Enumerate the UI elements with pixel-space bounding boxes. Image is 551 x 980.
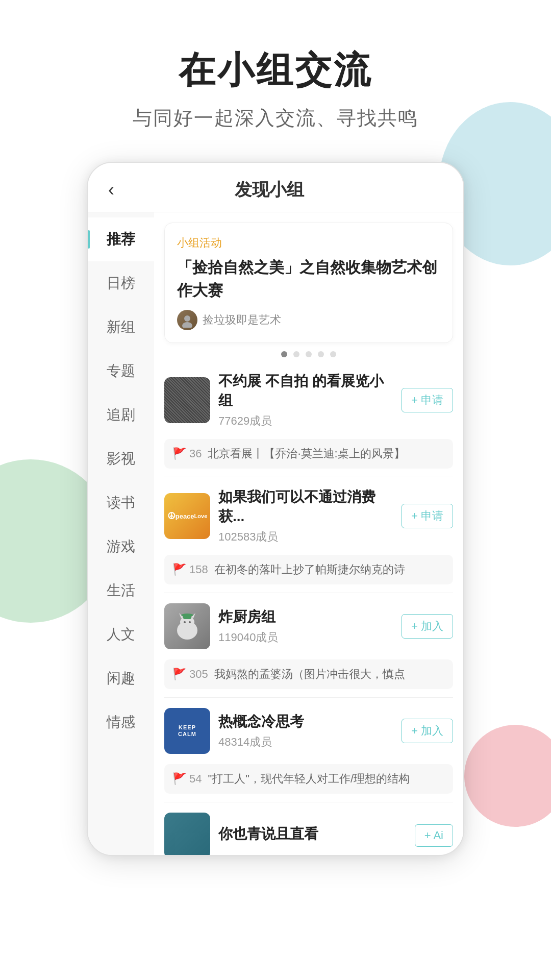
group-thumb-1 bbox=[164, 377, 210, 423]
group-name-5: 你也青说且直看 bbox=[218, 824, 407, 844]
sidebar-item-daily[interactable]: 日榜 bbox=[88, 261, 154, 305]
group-thumb-4: KEEP CALM bbox=[164, 708, 210, 754]
main-content: 推荐 日榜 新组 专题 追剧 影视 读书 游戏 生活 人文 闲趣 情感 小组活动… bbox=[88, 212, 463, 856]
app-header: ‹ 发现小组 bbox=[88, 163, 463, 212]
page-subtitle: 与同好一起深入交流、寻找共鸣 bbox=[0, 105, 551, 131]
group-members-3: 119040成员 bbox=[218, 630, 393, 645]
page-title: 在小组交流 bbox=[0, 46, 551, 95]
group-thumb-5 bbox=[164, 813, 210, 856]
group-members-1: 77629成员 bbox=[218, 413, 393, 429]
post-flag-4: 🚩 54 bbox=[172, 772, 202, 786]
sidebar-item-new[interactable]: 新组 bbox=[88, 305, 154, 349]
group-name-1: 不约展 不自拍 的看展览小组 bbox=[218, 372, 393, 410]
group-join-btn-4[interactable]: + 加入 bbox=[402, 719, 453, 743]
banner-tag: 小组活动 bbox=[177, 235, 440, 251]
page-header: 在小组交流 与同好一起深入交流、寻找共鸣 bbox=[0, 0, 551, 162]
flag-count-4: 54 bbox=[189, 772, 202, 786]
group-info-5: 你也青说且直看 bbox=[218, 824, 407, 847]
sidebar-item-culture[interactable]: 人文 bbox=[88, 612, 154, 656]
post-text-3: 我妈熬的孟婆汤（图片冲击很大，慎点 bbox=[214, 667, 445, 682]
svg-point-6 bbox=[184, 621, 186, 623]
group-info-1: 不约展 不自拍 的看展览小组 77629成员 bbox=[218, 372, 393, 429]
svg-point-7 bbox=[189, 621, 191, 623]
svg-point-1 bbox=[182, 322, 192, 328]
group-apply-btn-2[interactable]: + 申请 bbox=[402, 504, 453, 528]
group-main-2[interactable]: ☮ peace Love 如果我们可以不通过消费获... 102583成员 + … bbox=[164, 477, 453, 555]
dots-indicator bbox=[154, 351, 463, 357]
banner-title: 「捡拾自然之美」之自然收集物艺术创作大赛 bbox=[177, 256, 440, 302]
group-join-btn-3[interactable]: + 加入 bbox=[402, 614, 453, 639]
group-main-3[interactable]: 炸厨房组 119040成员 + 加入 bbox=[164, 593, 453, 659]
post-text-1: 北京看展丨【乔治·莫兰迪:桌上的风景】 bbox=[208, 446, 445, 461]
group-info-4: 热概念冷思考 48314成员 bbox=[218, 712, 393, 750]
group-name-3: 炸厨房组 bbox=[218, 607, 393, 627]
right-panel: 小组活动 「捡拾自然之美」之自然收集物艺术创作大赛 捡垃圾即是艺术 bbox=[154, 212, 463, 856]
svg-point-9 bbox=[181, 614, 193, 617]
group-info-2: 如果我们可以不通过消费获... 102583成员 bbox=[218, 487, 393, 545]
post-flag-1: 🚩 36 bbox=[172, 447, 202, 460]
group-item-4: KEEP CALM 热概念冷思考 48314成员 + 加入 🚩 54 bbox=[164, 698, 453, 802]
dot-3 bbox=[306, 351, 312, 357]
sidebar-item-leisure[interactable]: 闲趣 bbox=[88, 656, 154, 700]
sidebar-item-reading[interactable]: 读书 bbox=[88, 481, 154, 525]
bg-decoration-pink bbox=[464, 725, 551, 827]
sidebar-item-drama[interactable]: 追剧 bbox=[88, 393, 154, 437]
dot-4 bbox=[318, 351, 324, 357]
group-info-3: 炸厨房组 119040成员 bbox=[218, 607, 393, 645]
group-name-4: 热概念冷思考 bbox=[218, 712, 393, 731]
banner-author: 捡垃圾即是艺术 bbox=[177, 310, 440, 330]
sidebar-item-recommend[interactable]: 推荐 bbox=[88, 217, 154, 261]
app-header-title: 发现小组 bbox=[124, 178, 414, 202]
flag-count-3: 305 bbox=[189, 668, 208, 681]
flag-icon-4: 🚩 bbox=[172, 772, 186, 786]
flag-icon-1: 🚩 bbox=[172, 447, 186, 460]
sidebar-item-game[interactable]: 游戏 bbox=[88, 525, 154, 569]
dot-1 bbox=[281, 351, 287, 357]
sidebar-item-film[interactable]: 影视 bbox=[88, 437, 154, 481]
dot-5 bbox=[330, 351, 336, 357]
flag-count-2: 158 bbox=[189, 563, 208, 576]
post-text-2: 在初冬的落叶上抄了帕斯捷尔纳克的诗 bbox=[214, 562, 445, 577]
group-main-4[interactable]: KEEP CALM 热概念冷思考 48314成员 + 加入 bbox=[164, 698, 453, 764]
post-flag-3: 🚩 305 bbox=[172, 668, 208, 681]
group-thumb-3 bbox=[164, 603, 210, 649]
sidebar-item-life[interactable]: 生活 bbox=[88, 569, 154, 612]
group-ai-btn-5[interactable]: + Ai bbox=[415, 824, 453, 847]
group-item-3: 炸厨房组 119040成员 + 加入 🚩 305 我妈熬的孟婆汤（图片冲击很大，… bbox=[164, 593, 453, 698]
group-members-4: 48314成员 bbox=[218, 734, 393, 750]
group-apply-btn-1[interactable]: + 申请 bbox=[402, 388, 453, 412]
group-item-2: ☮ peace Love 如果我们可以不通过消费获... 102583成员 + … bbox=[164, 477, 453, 593]
sidebar-item-emotion[interactable]: 情感 bbox=[88, 700, 154, 744]
banner-card[interactable]: 小组活动 「捡拾自然之美」之自然收集物艺术创作大赛 捡垃圾即是艺术 bbox=[164, 223, 453, 343]
group-item-1: 不约展 不自拍 的看展览小组 77629成员 + 申请 🚩 36 北京看展丨【乔… bbox=[164, 361, 453, 477]
author-avatar bbox=[177, 310, 197, 330]
sidebar-item-special[interactable]: 专题 bbox=[88, 349, 154, 393]
group-main-5[interactable]: 你也青说且直看 + Ai bbox=[164, 802, 453, 856]
post-preview-3[interactable]: 🚩 305 我妈熬的孟婆汤（图片冲击很大，慎点 bbox=[164, 659, 453, 689]
sidebar: 推荐 日榜 新组 专题 追剧 影视 读书 游戏 生活 人文 闲趣 情感 bbox=[88, 212, 154, 856]
back-button[interactable]: ‹ bbox=[108, 179, 114, 201]
dot-2 bbox=[293, 351, 299, 357]
post-text-4: "打工人"，现代年轻人对工作/理想的结构 bbox=[208, 771, 445, 787]
group-main-1[interactable]: 不约展 不自拍 的看展览小组 77629成员 + 申请 bbox=[164, 361, 453, 439]
post-flag-2: 🚩 158 bbox=[172, 563, 208, 576]
svg-point-0 bbox=[184, 315, 190, 322]
group-item-5: 你也青说且直看 + Ai bbox=[164, 802, 453, 856]
post-preview-2[interactable]: 🚩 158 在初冬的落叶上抄了帕斯捷尔纳克的诗 bbox=[164, 555, 453, 584]
group-members-2: 102583成员 bbox=[218, 529, 393, 545]
post-preview-1[interactable]: 🚩 36 北京看展丨【乔治·莫兰迪:桌上的风景】 bbox=[164, 439, 453, 469]
flag-icon-3: 🚩 bbox=[172, 668, 186, 681]
group-name-2: 如果我们可以不通过消费获... bbox=[218, 487, 393, 526]
group-thumb-2: ☮ peace Love bbox=[164, 493, 210, 539]
author-name: 捡垃圾即是艺术 bbox=[203, 312, 281, 328]
flag-icon-2: 🚩 bbox=[172, 563, 186, 576]
flag-count-1: 36 bbox=[189, 447, 202, 460]
phone-mockup: ‹ 发现小组 推荐 日榜 新组 专题 追剧 影视 读书 游戏 生活 人文 闲趣 … bbox=[87, 162, 464, 856]
post-preview-4[interactable]: 🚩 54 "打工人"，现代年轻人对工作/理想的结构 bbox=[164, 764, 453, 794]
